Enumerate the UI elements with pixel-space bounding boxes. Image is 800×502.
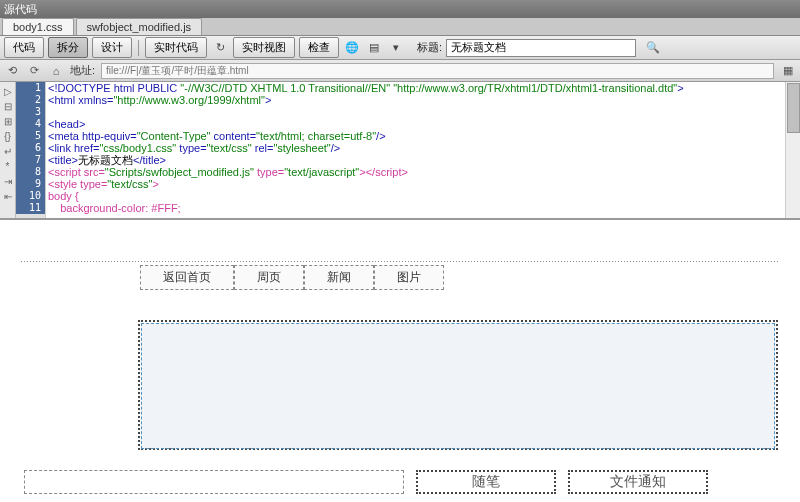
line-number: 1 [16, 82, 45, 94]
asterisk-icon[interactable]: * [2, 160, 14, 172]
line-number: 2 [16, 94, 45, 106]
live-view-button[interactable]: 实时视图 [233, 37, 295, 58]
arrow-icon[interactable]: ▷ [2, 85, 14, 97]
inspect-button[interactable]: 检查 [299, 37, 339, 58]
line-number: 3 [16, 106, 45, 118]
nav-item-page[interactable]: 周页 [234, 265, 304, 290]
file-tab-body1[interactable]: body1.css [2, 18, 74, 35]
home-icon[interactable]: ⌂ [48, 63, 64, 79]
main-toolbar: 代码 拆分 设计 实时代码 ↻ 实时视图 检查 🌐 ▤ ▾ 标题: 🔍 [0, 36, 800, 60]
design-pane[interactable]: 返回首页 周页 新闻 图片 随笔 文件通知 [0, 220, 800, 502]
nav-item-news[interactable]: 新闻 [304, 265, 374, 290]
line-number-gutter: 1 2 3 4 5 6 7 8 9 10 11 [16, 82, 46, 218]
line-number: 4 [16, 118, 45, 130]
dotted-divider [20, 260, 780, 263]
code-pane: ▷ ⊟ ⊞ {} ↵ * ⇥ ⇤ 1 2 3 4 5 6 7 8 9 10 11… [0, 82, 800, 220]
content-placeholder-box[interactable] [138, 320, 778, 450]
expand-icon[interactable]: ⊞ [2, 115, 14, 127]
mode-code-button[interactable]: 代码 [4, 37, 44, 58]
line-number: 6 [16, 142, 45, 154]
outdent-icon[interactable]: ⇤ [2, 190, 14, 202]
collapse-icon[interactable]: ⊟ [2, 100, 14, 112]
search-icon[interactable]: 🔍 [644, 39, 662, 57]
footer-box-notice[interactable]: 文件通知 [568, 470, 708, 494]
wrap-icon[interactable]: ↵ [2, 145, 14, 157]
mode-split-button[interactable]: 拆分 [48, 37, 88, 58]
window-title-text: 源代码 [4, 2, 37, 17]
line-number: 9 [16, 178, 45, 190]
live-code-button[interactable]: 实时代码 [145, 37, 207, 58]
line-number: 8 [16, 166, 45, 178]
line-number: 7 [16, 154, 45, 166]
split-view: ▷ ⊟ ⊞ {} ↵ * ⇥ ⇤ 1 2 3 4 5 6 7 8 9 10 11… [0, 82, 800, 502]
doc-title-input[interactable] [446, 39, 636, 57]
address-toolbar: ⟲ ⟳ ⌂ 地址: ▦ [0, 60, 800, 82]
footer-box-essay[interactable]: 随笔 [416, 470, 556, 494]
file-tab-swfobject[interactable]: swfobject_modified.js [76, 18, 203, 35]
brackets-icon[interactable]: {} [2, 130, 14, 142]
footer-box-left[interactable] [24, 470, 404, 494]
address-label: 地址: [70, 63, 95, 78]
indent-icon[interactable]: ⇥ [2, 175, 14, 187]
code-left-icons: ▷ ⊟ ⊞ {} ↵ * ⇥ ⇤ [0, 82, 16, 218]
live-refresh-icon[interactable]: ↻ [211, 39, 229, 57]
nav-icon[interactable]: ▤ [365, 39, 383, 57]
code-editor[interactable]: <!DOCTYPE html PUBLIC "-//W3C//DTD XHTML… [46, 82, 800, 218]
file-tabs-bar: body1.css swfobject_modified.js [0, 18, 800, 36]
forward-icon[interactable]: ⟳ [26, 63, 42, 79]
doc-title-label: 标题: [417, 40, 442, 55]
nav-item-home[interactable]: 返回首页 [140, 265, 234, 290]
back-icon[interactable]: ⟲ [4, 63, 20, 79]
bottom-boxes-row: 随笔 文件通知 [20, 470, 780, 494]
globe-icon[interactable]: 🌐 [343, 39, 361, 57]
code-scrollbar[interactable] [785, 82, 800, 218]
chevron-down-icon[interactable]: ▾ [387, 39, 405, 57]
line-number: 11 [16, 202, 45, 214]
line-number: 5 [16, 130, 45, 142]
mode-design-button[interactable]: 设计 [92, 37, 132, 58]
window-title-bar: 源代码 [0, 0, 800, 18]
toolbar-divider [138, 40, 139, 56]
selected-overlay [141, 323, 775, 449]
nav-item-images[interactable]: 图片 [374, 265, 444, 290]
address-input[interactable] [101, 63, 774, 79]
line-number: 10 [16, 190, 45, 202]
scrollbar-thumb[interactable] [787, 83, 800, 133]
nav-row: 返回首页 周页 新闻 图片 [140, 265, 780, 290]
grid-icon[interactable]: ▦ [780, 63, 796, 79]
